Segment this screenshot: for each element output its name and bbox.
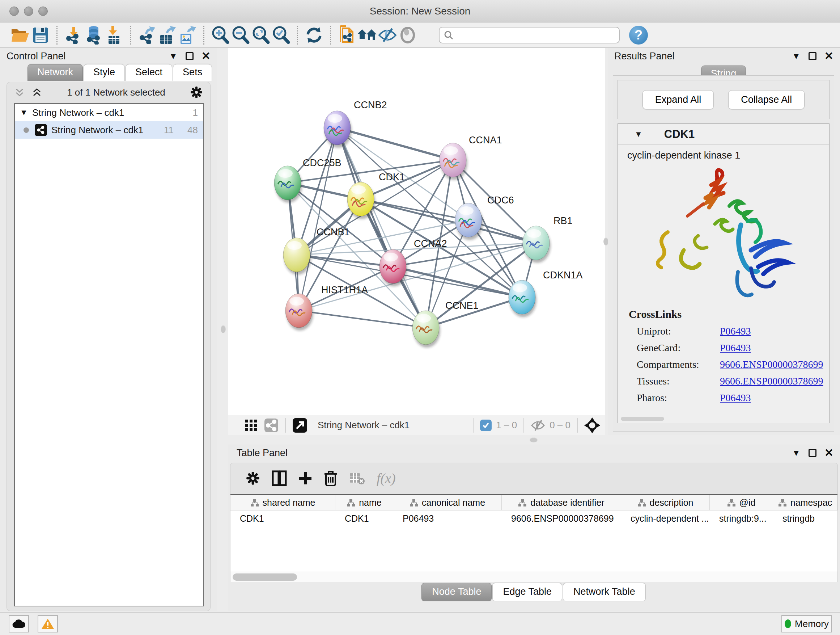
delete-column-trash-icon[interactable] <box>324 470 338 486</box>
table-cell[interactable]: P06493 <box>393 510 502 527</box>
column-header-shared-name[interactable]: shared name <box>231 495 335 510</box>
help-icon[interactable]: ? <box>629 26 648 44</box>
network-overview-share-icon[interactable] <box>264 418 279 432</box>
show-selection-eye-icon[interactable] <box>398 26 418 44</box>
column-header-canonical-name[interactable]: canonical name <box>393 495 502 510</box>
panel-menu-icon[interactable]: ▼ <box>792 52 801 60</box>
table-cell[interactable]: CDK1 <box>335 510 393 527</box>
crosslink-link[interactable]: P06493 <box>720 392 751 404</box>
column-header-database-identifier[interactable]: database identifier <box>502 495 621 510</box>
network-edge-HIST1H1A-CCNE1[interactable] <box>299 310 426 328</box>
zoom-in-icon[interactable] <box>210 26 231 44</box>
import-network-from-database-icon[interactable] <box>84 26 104 44</box>
column-header-description[interactable]: description <box>621 495 710 510</box>
toolbar-search[interactable] <box>439 27 620 43</box>
tab-edge-table[interactable]: Edge Table <box>493 583 562 601</box>
export-image-icon[interactable] <box>177 26 197 44</box>
network-view-canvas[interactable]: CCNB2CCNA1CDC25BCDK1CDC6RB1CCNB1CCNA2CDK… <box>228 48 605 415</box>
tab-network[interactable]: Network <box>27 64 83 81</box>
crosslink-link[interactable]: P06493 <box>720 325 751 337</box>
table-cell[interactable]: cyclin-dependent ... <box>621 510 710 527</box>
open-session-icon[interactable] <box>10 26 30 44</box>
network-node-CDKN1A[interactable]: CDKN1A <box>508 270 583 317</box>
refresh-icon[interactable] <box>304 26 324 44</box>
column-type-icon <box>347 499 355 507</box>
selected-items-checkbox[interactable] <box>480 420 492 431</box>
hide-selection-eye-icon[interactable] <box>377 26 398 44</box>
network-node-CCNA1[interactable]: CCNA1 <box>439 135 502 180</box>
expand-all-button[interactable]: Expand All <box>643 90 714 109</box>
tab-sets[interactable]: Sets <box>173 64 212 81</box>
detach-view-icon[interactable] <box>292 418 308 433</box>
expand-all-networks-icon[interactable] <box>32 87 42 98</box>
memory-button[interactable]: Memory <box>782 615 832 632</box>
table-options-gear-icon[interactable] <box>246 471 260 486</box>
left-splitter-handle[interactable] <box>221 325 226 333</box>
tab-select[interactable]: Select <box>126 64 172 81</box>
export-table-icon[interactable] <box>157 26 177 44</box>
zoom-selected-icon[interactable] <box>271 26 291 44</box>
column-header--id[interactable]: @id <box>710 495 773 510</box>
cytoscape-homes-icon[interactable] <box>357 26 377 44</box>
titlebar: Session: New Session <box>0 0 840 22</box>
scrollbar-thumb[interactable] <box>233 573 297 581</box>
network-edge-CCNB2-CCNE1[interactable] <box>337 128 426 328</box>
table-horizontal-scrollbar[interactable] <box>231 572 837 582</box>
table-cell[interactable]: CDK1 <box>231 510 335 527</box>
collapse-all-button[interactable]: Collapse All <box>728 90 805 109</box>
table-panel-title: Table Panel <box>237 448 287 459</box>
crosslink-link[interactable]: P06493 <box>720 342 751 354</box>
close-panel-icon[interactable]: ✕ <box>824 51 834 62</box>
bottom-splitter-handle[interactable] <box>530 437 538 442</box>
network-node-CDK1[interactable]: CDK1 <box>347 172 405 219</box>
import-network-icon[interactable] <box>63 26 84 44</box>
birds-eye-grid-icon[interactable] <box>245 419 257 432</box>
close-panel-icon[interactable]: ✕ <box>824 448 834 458</box>
warnings-button[interactable] <box>38 615 58 632</box>
share-document-icon[interactable] <box>337 26 357 44</box>
search-input[interactable] <box>457 29 613 41</box>
toolbar-separator <box>57 26 57 44</box>
network-node-RB1[interactable]: RB1 <box>523 215 573 263</box>
memory-label: Memory <box>795 618 829 630</box>
tab-network-table[interactable]: Network Table <box>563 583 646 601</box>
collapse-all-networks-icon[interactable] <box>14 87 25 98</box>
table-row[interactable]: CDK1CDK1P064939606.ENSP00000378699cyclin… <box>231 510 837 527</box>
network-row[interactable]: String Network – cdk1 11 48 <box>15 121 203 139</box>
node-result-header[interactable]: ▼ CDK1 <box>618 124 829 145</box>
network-edge-CCNA2-CDKN1A[interactable] <box>393 266 522 297</box>
show-columns-icon[interactable] <box>272 470 287 486</box>
export-network-icon[interactable] <box>137 26 157 44</box>
column-type-icon <box>638 499 646 507</box>
collection-expander-icon[interactable]: ▼ <box>20 108 32 117</box>
crosslink-link[interactable]: 9606.ENSP00000378699 <box>720 359 823 371</box>
network-edge-CCNB2-HIST1H1A[interactable] <box>299 128 337 310</box>
table-cell[interactable]: stringdb:9... <box>710 510 773 527</box>
cloud-status-button[interactable] <box>9 615 29 632</box>
close-panel-icon[interactable]: ✕ <box>202 51 210 62</box>
crosslinks-section: CrossLinks Uniprot:P06493GeneCard:P06493… <box>618 308 829 404</box>
table-cell[interactable]: 9606.ENSP00000378699 <box>502 510 621 527</box>
create-column-plus-icon[interactable] <box>298 471 312 485</box>
results-scrollbar[interactable] <box>621 417 664 421</box>
zoom-out-icon[interactable] <box>231 26 251 44</box>
tab-style[interactable]: Style <box>84 64 125 81</box>
table-cell[interactable]: stringdb <box>773 510 837 527</box>
network-options-gear-icon[interactable] <box>190 86 203 99</box>
column-header-name[interactable]: name <box>335 495 393 510</box>
panel-menu-icon[interactable]: ▼ <box>792 448 801 457</box>
float-panel-icon[interactable] <box>808 449 816 457</box>
crosslink-link[interactable]: 9606.ENSP00000378699 <box>720 375 823 387</box>
tab-node-table[interactable]: Node Table <box>422 583 492 601</box>
column-header-namespac[interactable]: namespac <box>773 495 837 510</box>
network-collection-row[interactable]: ▼ String Network – cdk1 1 <box>15 104 203 121</box>
float-panel-icon[interactable] <box>808 52 816 60</box>
fit-content-crosshair-icon[interactable] <box>584 417 600 433</box>
zoom-fit-icon[interactable] <box>251 26 271 44</box>
result-expander-icon[interactable]: ▼ <box>635 130 643 139</box>
save-session-icon[interactable] <box>30 26 51 44</box>
float-panel-icon[interactable] <box>186 52 194 60</box>
network-node-CCNE1[interactable]: CCNE1 <box>412 300 478 348</box>
panel-menu-icon[interactable]: ▼ <box>169 52 178 60</box>
import-table-icon[interactable] <box>104 26 124 44</box>
